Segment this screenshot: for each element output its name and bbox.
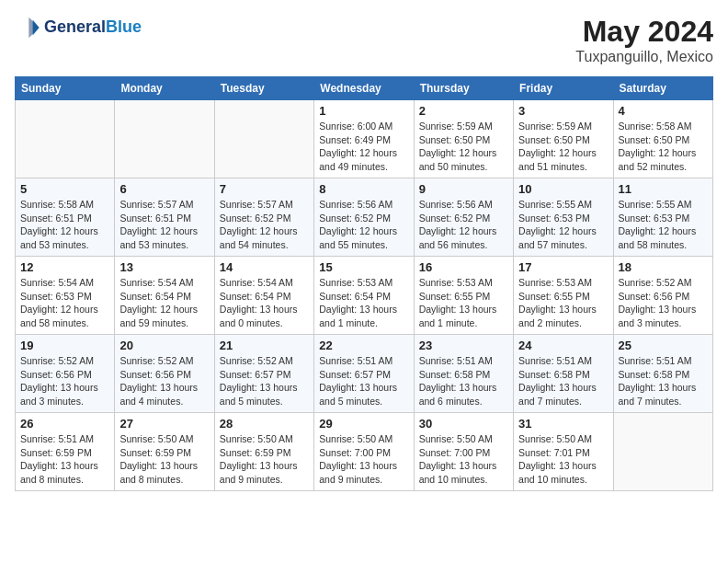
logo-text: GeneralBlue	[44, 18, 142, 37]
day-cell: 6Sunrise: 5:57 AM Sunset: 6:51 PM Daylig…	[115, 178, 214, 257]
day-cell: 4Sunrise: 5:58 AM Sunset: 6:50 PM Daylig…	[613, 100, 712, 178]
day-info: Sunrise: 5:50 AM Sunset: 6:59 PM Dayligh…	[119, 432, 209, 487]
calendar-body: 1Sunrise: 6:00 AM Sunset: 6:49 PM Daylig…	[16, 100, 713, 491]
day-cell: 5Sunrise: 5:58 AM Sunset: 6:51 PM Daylig…	[16, 178, 115, 257]
day-number: 22	[319, 339, 408, 352]
day-cell: 29Sunrise: 5:50 AM Sunset: 7:00 PM Dayli…	[314, 413, 414, 491]
day-info: Sunrise: 5:51 AM Sunset: 6:58 PM Dayligh…	[518, 354, 608, 408]
day-number: 30	[419, 417, 508, 431]
day-info: Sunrise: 5:54 AM Sunset: 6:54 PM Dayligh…	[119, 276, 209, 330]
day-cell: 16Sunrise: 5:53 AM Sunset: 6:55 PM Dayli…	[414, 257, 513, 335]
day-number: 13	[119, 260, 209, 274]
day-cell: 28Sunrise: 5:50 AM Sunset: 6:59 PM Dayli…	[214, 413, 313, 491]
day-cell: 1Sunrise: 6:00 AM Sunset: 6:49 PM Daylig…	[314, 100, 414, 178]
day-number: 2	[419, 104, 508, 118]
day-info: Sunrise: 5:59 AM Sunset: 6:50 PM Dayligh…	[518, 120, 608, 174]
day-number: 4	[619, 104, 708, 118]
day-number: 8	[319, 182, 408, 196]
location: Tuxpanguillo, Mexico	[575, 49, 713, 65]
day-cell: 25Sunrise: 5:51 AM Sunset: 6:58 PM Dayli…	[613, 335, 712, 413]
day-cell: 23Sunrise: 5:51 AM Sunset: 6:58 PM Dayli…	[414, 335, 513, 413]
day-info: Sunrise: 5:57 AM Sunset: 6:52 PM Dayligh…	[220, 198, 309, 252]
day-cell: 3Sunrise: 5:59 AM Sunset: 6:50 PM Daylig…	[514, 100, 613, 178]
week-row-3: 12Sunrise: 5:54 AM Sunset: 6:53 PM Dayli…	[16, 257, 713, 335]
day-cell: 26Sunrise: 5:51 AM Sunset: 6:59 PM Dayli…	[16, 413, 115, 491]
day-number: 15	[319, 260, 408, 274]
day-cell: 21Sunrise: 5:52 AM Sunset: 6:57 PM Dayli…	[214, 335, 313, 413]
day-info: Sunrise: 5:58 AM Sunset: 6:50 PM Dayligh…	[619, 120, 708, 174]
day-number: 10	[518, 182, 608, 196]
day-number: 26	[20, 417, 109, 431]
day-info: Sunrise: 5:52 AM Sunset: 6:57 PM Dayligh…	[220, 354, 309, 408]
day-info: Sunrise: 6:00 AM Sunset: 6:49 PM Dayligh…	[319, 120, 408, 174]
day-info: Sunrise: 5:50 AM Sunset: 7:00 PM Dayligh…	[419, 432, 508, 487]
weekday-saturday: Saturday	[613, 77, 712, 100]
day-cell	[16, 100, 115, 178]
title-block: May 2024 Tuxpanguillo, Mexico	[575, 15, 713, 65]
day-number: 28	[220, 417, 309, 431]
weekday-wednesday: Wednesday	[314, 77, 414, 100]
day-info: Sunrise: 5:57 AM Sunset: 6:51 PM Dayligh…	[119, 198, 209, 252]
day-cell	[115, 100, 214, 178]
weekday-tuesday: Tuesday	[214, 77, 313, 100]
day-info: Sunrise: 5:53 AM Sunset: 6:54 PM Dayligh…	[319, 276, 408, 330]
svg-marker-1	[28, 17, 39, 38]
day-info: Sunrise: 5:52 AM Sunset: 6:56 PM Dayligh…	[619, 276, 708, 330]
day-cell	[613, 413, 712, 491]
day-info: Sunrise: 5:52 AM Sunset: 6:56 PM Dayligh…	[119, 354, 209, 408]
day-cell	[214, 100, 313, 178]
day-info: Sunrise: 5:58 AM Sunset: 6:51 PM Dayligh…	[20, 198, 109, 252]
day-cell: 10Sunrise: 5:55 AM Sunset: 6:53 PM Dayli…	[514, 178, 613, 257]
day-info: Sunrise: 5:53 AM Sunset: 6:55 PM Dayligh…	[518, 276, 608, 330]
day-number: 17	[518, 260, 608, 274]
day-info: Sunrise: 5:56 AM Sunset: 6:52 PM Dayligh…	[419, 198, 508, 252]
day-cell: 22Sunrise: 5:51 AM Sunset: 6:57 PM Dayli…	[314, 335, 414, 413]
day-cell: 27Sunrise: 5:50 AM Sunset: 6:59 PM Dayli…	[115, 413, 214, 491]
day-cell: 13Sunrise: 5:54 AM Sunset: 6:54 PM Dayli…	[115, 257, 214, 335]
day-number: 27	[119, 417, 209, 431]
day-number: 5	[20, 182, 109, 196]
weekday-sunday: Sunday	[16, 77, 115, 100]
day-number: 24	[518, 339, 608, 352]
day-cell: 11Sunrise: 5:55 AM Sunset: 6:53 PM Dayli…	[613, 178, 712, 257]
day-number: 1	[319, 104, 408, 118]
day-number: 31	[518, 417, 608, 431]
day-cell: 30Sunrise: 5:50 AM Sunset: 7:00 PM Dayli…	[414, 413, 513, 491]
day-number: 23	[419, 339, 508, 352]
day-cell: 17Sunrise: 5:53 AM Sunset: 6:55 PM Dayli…	[514, 257, 613, 335]
month-year: May 2024	[575, 15, 713, 49]
day-info: Sunrise: 5:50 AM Sunset: 7:01 PM Dayligh…	[518, 432, 608, 487]
day-info: Sunrise: 5:55 AM Sunset: 6:53 PM Dayligh…	[619, 198, 708, 252]
logo-icon	[15, 15, 40, 40]
day-number: 6	[119, 182, 209, 196]
day-cell: 20Sunrise: 5:52 AM Sunset: 6:56 PM Dayli…	[115, 335, 214, 413]
day-cell: 12Sunrise: 5:54 AM Sunset: 6:53 PM Dayli…	[16, 257, 115, 335]
day-number: 29	[319, 417, 408, 431]
day-cell: 15Sunrise: 5:53 AM Sunset: 6:54 PM Dayli…	[314, 257, 414, 335]
day-cell: 9Sunrise: 5:56 AM Sunset: 6:52 PM Daylig…	[414, 178, 513, 257]
day-number: 12	[20, 260, 109, 274]
weekday-header-row: SundayMondayTuesdayWednesdayThursdayFrid…	[16, 77, 713, 100]
day-info: Sunrise: 5:51 AM Sunset: 6:58 PM Dayligh…	[419, 354, 508, 408]
week-row-1: 1Sunrise: 6:00 AM Sunset: 6:49 PM Daylig…	[16, 100, 713, 178]
day-cell: 14Sunrise: 5:54 AM Sunset: 6:54 PM Dayli…	[214, 257, 313, 335]
day-number: 7	[220, 182, 309, 196]
day-info: Sunrise: 5:53 AM Sunset: 6:55 PM Dayligh…	[419, 276, 508, 330]
day-number: 14	[220, 260, 309, 274]
week-row-5: 26Sunrise: 5:51 AM Sunset: 6:59 PM Dayli…	[16, 413, 713, 491]
day-info: Sunrise: 5:50 AM Sunset: 7:00 PM Dayligh…	[319, 432, 408, 487]
day-info: Sunrise: 5:59 AM Sunset: 6:50 PM Dayligh…	[419, 120, 508, 174]
day-number: 25	[619, 339, 708, 352]
weekday-thursday: Thursday	[414, 77, 513, 100]
page-header: GeneralBlue May 2024 Tuxpanguillo, Mexic…	[15, 15, 713, 65]
weekday-friday: Friday	[514, 77, 613, 100]
day-number: 18	[619, 260, 708, 274]
day-number: 3	[518, 104, 608, 118]
day-cell: 8Sunrise: 5:56 AM Sunset: 6:52 PM Daylig…	[314, 178, 414, 257]
day-number: 20	[119, 339, 209, 352]
day-number: 16	[419, 260, 508, 274]
day-info: Sunrise: 5:51 AM Sunset: 6:57 PM Dayligh…	[319, 354, 408, 408]
day-number: 19	[20, 339, 109, 352]
day-cell: 31Sunrise: 5:50 AM Sunset: 7:01 PM Dayli…	[514, 413, 613, 491]
day-info: Sunrise: 5:54 AM Sunset: 6:54 PM Dayligh…	[220, 276, 309, 330]
